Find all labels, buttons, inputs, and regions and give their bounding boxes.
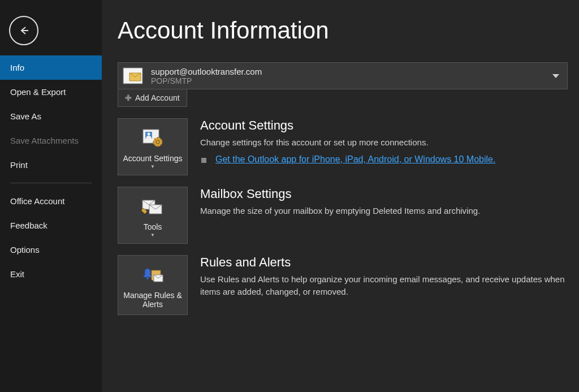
section-title: Mailbox Settings <box>200 187 568 201</box>
sidebar-item-label: Feedback <box>10 221 47 230</box>
tools-button-label: Tools <box>144 222 162 231</box>
account-dropdown[interactable]: support@outlooktransfer.com POP/SMTP <box>118 62 568 89</box>
svg-point-19 <box>146 277 149 279</box>
sidebar-item-print[interactable]: Print <box>0 153 102 177</box>
mail-icon <box>123 66 143 85</box>
sidebar-item-label: Save As <box>10 111 41 121</box>
sidebar-item-options[interactable]: Options <box>0 238 102 262</box>
section-title: Rules and Alerts <box>200 255 568 270</box>
sidebar-item-label: Print <box>10 160 28 170</box>
account-settings-icon <box>141 126 165 150</box>
svg-marker-2 <box>552 74 559 78</box>
page-title: Account Information <box>118 17 568 44</box>
add-account-label: Add Account <box>135 93 180 102</box>
bullet-icon <box>201 158 206 163</box>
sidebar-divider <box>10 183 92 183</box>
account-email: support@outlooktransfer.com <box>151 67 262 76</box>
account-info: support@outlooktransfer.com POP/SMTP <box>151 67 262 85</box>
sidebar-item-feedback[interactable]: Feedback <box>0 213 102 238</box>
sidebar-item-label: Info <box>10 63 24 72</box>
sidebar-item-open-export[interactable]: Open & Export <box>0 80 102 104</box>
section-account-settings: Account Settings ▼ Account Settings Chan… <box>118 118 568 175</box>
section-title: Account Settings <box>200 118 568 133</box>
section-desc: Change settings for this account or set … <box>200 136 568 149</box>
manage-rules-alerts-button[interactable]: Manage Rules & Alerts <box>118 255 188 315</box>
chevron-down-icon <box>552 71 559 81</box>
rules-alerts-icon <box>140 262 165 287</box>
chevron-down-icon: ▼ <box>150 164 155 169</box>
arrow-left-icon <box>17 24 31 37</box>
sidebar-item-exit[interactable]: Exit <box>0 262 102 286</box>
section-mailbox-settings: Tools ▼ Mailbox Settings Manage the size… <box>118 187 568 244</box>
content-area: Account Information support@outlooktrans… <box>102 0 579 392</box>
account-settings-button-label: Account Settings <box>123 154 182 163</box>
account-settings-button[interactable]: Account Settings ▼ <box>118 118 188 175</box>
svg-point-5 <box>148 133 150 136</box>
back-button[interactable] <box>9 16 38 45</box>
tools-icon <box>140 194 165 219</box>
sidebar: Info Open & Export Save As Save Attachme… <box>0 0 102 392</box>
get-outlook-app-link[interactable]: Get the Outlook app for iPhone, iPad, An… <box>215 154 495 165</box>
sidebar-item-label: Exit <box>10 269 24 279</box>
manage-rules-button-label: Manage Rules & Alerts <box>123 291 183 309</box>
sidebar-item-label: Save Attachments <box>10 136 79 145</box>
tools-button[interactable]: Tools ▼ <box>118 187 188 244</box>
sidebar-item-label: Office Account <box>10 196 64 206</box>
section-desc: Manage the size of your mailbox by empty… <box>200 205 568 217</box>
sidebar-item-label: Options <box>10 245 40 255</box>
account-protocol: POP/SMTP <box>151 76 262 85</box>
sidebar-item-save-attachments: Save Attachments <box>0 128 102 153</box>
sidebar-item-office-account[interactable]: Office Account <box>0 189 102 213</box>
plus-icon: ✚ <box>125 93 132 102</box>
section-desc: Use Rules and Alerts to help organize yo… <box>200 273 568 298</box>
sidebar-item-label: Open & Export <box>10 87 66 97</box>
chevron-down-icon: ▼ <box>150 232 155 238</box>
sidebar-item-info[interactable]: Info <box>0 55 102 80</box>
section-rules-alerts: Manage Rules & Alerts Rules and Alerts U… <box>118 255 568 315</box>
add-account-button[interactable]: ✚ Add Account <box>118 89 187 107</box>
sidebar-item-save-as[interactable]: Save As <box>0 104 102 128</box>
